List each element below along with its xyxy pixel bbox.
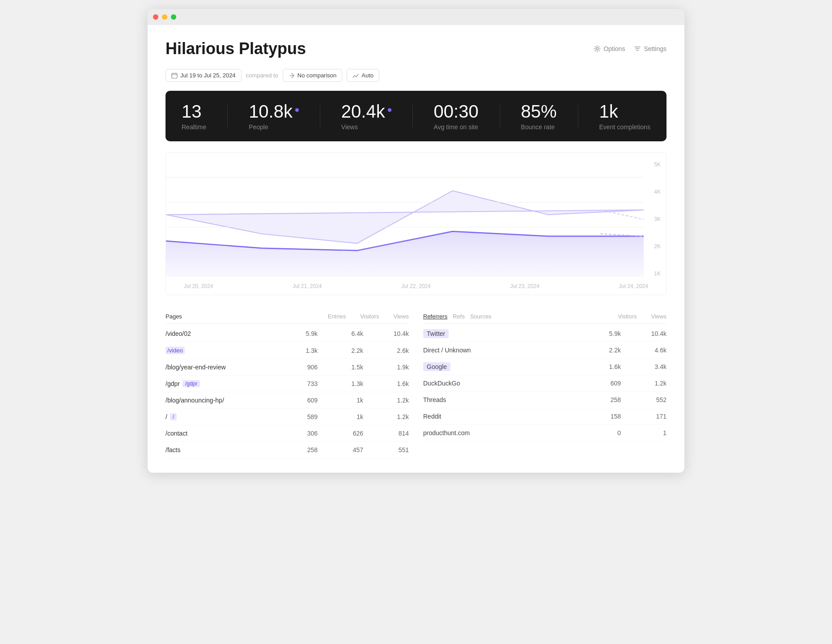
page-views-0: 10.4k [378,330,409,337]
settings-button[interactable]: Settings [634,45,666,52]
table-row[interactable]: /gdpr /gdpr 733 1.3k 1.6k [166,376,409,392]
table-row[interactable]: /video/02 5.9k 6.4k 10.4k [166,326,409,342]
chart-svg [166,153,644,277]
stat-bounce-label: Bounce rate [521,123,557,131]
minimize-dot[interactable] [162,14,167,20]
header-row: Hilarious Platypus Options Settings [166,39,666,58]
table-row[interactable]: /blog/year-end-review 906 1.5k 1.9k [166,359,409,376]
referrer-name-3: DuckDuckGo [423,380,590,387]
comparison-button[interactable]: No comparison [283,69,342,82]
page-name-1: /video [166,347,286,354]
tab-referrers[interactable]: Referrers [423,313,447,320]
settings-icon [634,45,641,52]
ref-visitors-3: 609 [590,380,621,387]
ref-visitors-4: 258 [590,396,621,403]
page-visitors-1: 2.2k [332,347,363,354]
close-dot[interactable] [153,14,158,20]
referrer-name-4: Threads [423,396,590,403]
ref-visitors-5: 158 [590,413,621,420]
page-visitors-0: 6.4k [332,330,363,337]
stat-realtime-label: Realtime [182,123,206,131]
table-row[interactable]: /blog/announcing-hp/ 609 1k 1.2k [166,392,409,409]
stat-avg-time: 00:30 Avg time on site [434,102,479,131]
page-entries-5: 589 [286,413,318,420]
table-row[interactable]: /video 1.3k 2.2k 2.6k [166,342,409,359]
date-range-label: Jul 19 to Jul 25, 2024 [180,72,236,79]
compared-to-label: compared to [246,72,278,79]
page-views-2: 1.9k [378,364,409,371]
table-row[interactable]: /contact 306 626 814 [166,425,409,442]
compare-icon [289,72,295,79]
stat-views: 20.4k Views [341,102,391,131]
stat-people-label: People [249,123,299,131]
referrer-name-0: Twitter [423,330,590,337]
table-row[interactable]: Google 1.6k 3.4k [423,359,666,375]
y-label-4k: 4K [654,189,661,195]
tab-sources[interactable]: Sources [470,313,492,320]
page-visitors-5: 1k [332,413,363,420]
referrer-name-6: producthunt.com [423,429,590,436]
y-label-3k: 3K [654,216,661,222]
table-row[interactable]: producthunt.com 0 1 [423,425,666,441]
table-row[interactable]: Threads 258 552 [423,392,666,408]
chart-x-labels: Jul 20, 2024 Jul 21, 2024 Jul 22, 2024 J… [184,283,648,289]
page-views-3: 1.6k [378,380,409,387]
table-row[interactable]: DuckDuckGo 609 1.2k [423,375,666,392]
x-label-2: Jul 22, 2024 [401,283,430,289]
stat-events-value: 1k [599,102,650,122]
chart-type-button[interactable]: Auto [347,69,379,82]
settings-label: Settings [644,45,666,52]
page-views-4: 1.2k [378,397,409,404]
x-label-0: Jul 20, 2024 [184,283,213,289]
chart-icon [352,72,359,79]
stat-bounce-value: 85% [521,102,557,122]
stat-realtime-value: 13 [182,102,206,122]
ref-views-1: 4.6k [635,347,666,354]
views-col-header-pages: Views [394,313,409,320]
table-row[interactable]: / / 589 1k 1.2k [166,409,409,425]
stat-views-label: Views [341,123,391,131]
x-label-4: Jul 24, 2024 [619,283,648,289]
titlebar [148,9,684,25]
ref-views-5: 171 [635,413,666,420]
table-row[interactable]: /facts 258 457 551 [166,442,409,458]
page-visitors-7: 457 [332,446,363,453]
page-entries-4: 609 [286,397,318,404]
gear-icon [594,45,601,52]
page-title: Hilarious Platypus [166,39,306,58]
views-col-header-ref: Views [651,313,666,320]
svg-marker-3 [166,231,644,277]
stat-events-label: Event completions [599,123,650,131]
chart-container: 5K 4K 3K 2K 1K [166,152,666,295]
maximize-dot[interactable] [171,14,176,20]
ref-visitors-1: 2.2k [590,347,621,354]
ref-views-4: 552 [635,396,666,403]
ref-visitors-6: 0 [590,429,621,436]
table-row[interactable]: Direct / Unknown 2.2k 4.6k [423,342,666,359]
tables-row: Pages Entries Visitors Views /video/02 5… [166,309,666,458]
chart-y-labels: 5K 4K 3K 2K 1K [654,153,661,295]
x-label-3: Jul 23, 2024 [510,283,539,289]
page-name-0: /video/02 [166,330,286,337]
table-row[interactable]: Twitter 5.9k 10.4k [423,326,666,342]
svg-rect-1 [172,73,177,78]
referrer-name-5: Reddit [423,413,590,420]
svg-marker-2 [166,191,644,244]
svg-point-0 [596,48,599,50]
page-visitors-2: 1.5k [332,364,363,371]
page-name-2: /blog/year-end-review [166,364,286,371]
y-label-5k: 5K [654,161,661,168]
page-entries-0: 5.9k [286,330,318,337]
page-name-7: /facts [166,446,286,453]
stat-avg-time-value: 00:30 [434,102,479,122]
referrers-table-header: Referrers Refs Sources Visitors Views [423,309,666,324]
date-range-button[interactable]: Jul 19 to Jul 25, 2024 [166,69,242,82]
options-button[interactable]: Options [594,45,625,52]
calendar-icon [171,72,178,79]
table-row[interactable]: Reddit 158 171 [423,408,666,425]
tab-refs[interactable]: Refs [453,313,465,320]
visitors-col-header-pages: Visitors [360,313,379,320]
page-views-5: 1.2k [378,413,409,420]
stat-bounce: 85% Bounce rate [521,102,557,131]
referrer-name-1: Direct / Unknown [423,347,590,354]
